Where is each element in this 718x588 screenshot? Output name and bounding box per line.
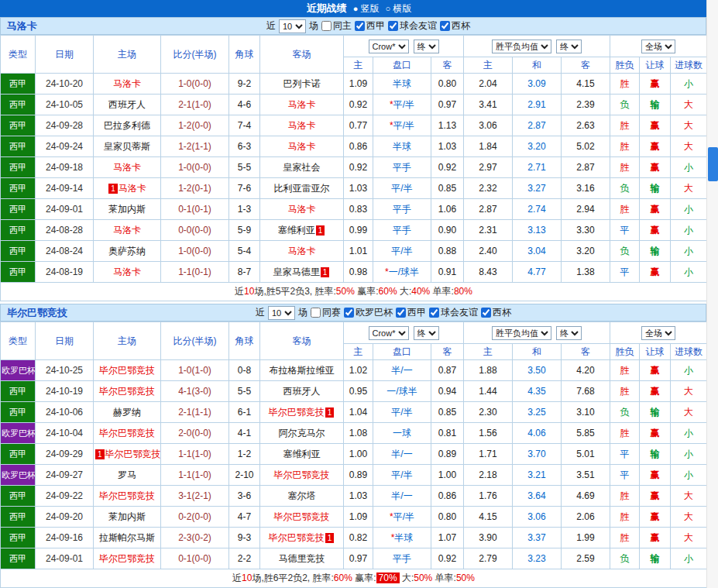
- match-count-select[interactable]: 10: [268, 306, 295, 320]
- team-label: 马洛卡: [113, 162, 141, 173]
- ah-home-odds: 1.03: [344, 178, 373, 199]
- scrollbar-thumb[interactable]: [708, 147, 718, 181]
- date-cell: 24-10-20: [36, 74, 94, 95]
- overunder-cell: 大: [671, 136, 707, 157]
- league-cell: 西甲: [1, 178, 36, 199]
- result-cell: 负: [610, 548, 640, 569]
- radio-selected-icon: ●: [353, 5, 359, 13]
- ah-away-odds: 0.91: [431, 262, 464, 283]
- handicap-result-cell: 赢: [640, 115, 671, 136]
- ah-home-odds: 0.92: [344, 157, 373, 178]
- handicap-result-cell: 赢: [640, 199, 671, 220]
- checkbox-label: 欧罗巴杯: [356, 306, 393, 319]
- date-cell: 24-09-28: [36, 115, 94, 136]
- ah-away-odds: 1.03: [431, 136, 464, 157]
- eu-away-odds: 3.51: [562, 465, 610, 486]
- date-cell: 24-09-22: [36, 486, 94, 507]
- checkbox-input[interactable]: [440, 21, 450, 31]
- filter-checkbox[interactable]: 欧罗巴杯: [344, 306, 393, 319]
- filter-checkbox[interactable]: 西杯: [481, 306, 511, 319]
- handicap-result-cell: 赢: [640, 381, 671, 402]
- overunder-cell: 大: [671, 95, 707, 115]
- score-cell: 2-1(1-1): [161, 402, 229, 423]
- odds-select[interactable]: 全场: [641, 326, 675, 340]
- rank-badge: 1: [325, 407, 335, 418]
- summary-segment: 10: [242, 573, 252, 583]
- away-team-cell: 塞维利亚: [260, 444, 344, 465]
- team-label: 毕尔巴鄂竞技: [99, 386, 155, 397]
- home-team-cell: 毕尔巴鄂竞技: [94, 486, 161, 507]
- ah-line-cell: 半/一: [373, 444, 431, 465]
- home-team-cell: 赫罗纳: [94, 402, 161, 423]
- eu-draw-odds: 3.20: [513, 136, 562, 157]
- filter-checkbox[interactable]: 同主: [321, 19, 352, 33]
- team-label: 巴拉多利德: [104, 120, 150, 131]
- away-team-cell: 皇家马德里1: [260, 262, 344, 283]
- sub-column-header: 主: [344, 344, 373, 360]
- summary-segment: 单率:: [432, 573, 456, 583]
- ah-line-cell: 平手: [373, 548, 431, 569]
- ah-away-odds: 0.80: [431, 74, 464, 95]
- corners-cell: 5-5: [229, 381, 260, 402]
- checkbox-input[interactable]: [429, 308, 439, 318]
- results-table: 类型日期主场比分(半场)角球客场Crow*终胜平负均值终全场主盘口客主和客胜负让…: [0, 322, 707, 588]
- match-count-select[interactable]: 10: [279, 19, 306, 33]
- summary-segment: 近: [232, 573, 242, 583]
- team-label: 塞尔塔: [288, 490, 316, 501]
- overunder-cell: 大: [671, 381, 707, 402]
- odds-select[interactable]: 胜平负均值: [492, 326, 551, 340]
- result-cell: 胜: [610, 486, 640, 507]
- odds-select[interactable]: 终: [414, 40, 439, 53]
- score-cell: 1-2(0-1): [161, 178, 229, 199]
- filter-checkbox[interactable]: 西甲: [396, 306, 426, 319]
- checkbox-label: 西杯: [493, 306, 511, 319]
- odds-select[interactable]: 终: [556, 326, 582, 340]
- eu-away-odds: 2.59: [562, 548, 610, 569]
- odds-select[interactable]: 终: [556, 40, 582, 53]
- checkbox-input[interactable]: [344, 308, 354, 318]
- corners-cell: 2-2: [229, 548, 260, 569]
- layout-radio-horizontal[interactable]: ○ 横版: [386, 2, 412, 15]
- away-team-cell: 马洛卡: [260, 136, 344, 157]
- odds-select[interactable]: 胜平负均值: [492, 40, 551, 53]
- ah-away-odds: 0.81: [431, 423, 464, 444]
- filter-checkbox[interactable]: 同赛: [311, 306, 341, 319]
- league-cell: 西甲: [1, 486, 36, 507]
- filter-checkbox[interactable]: 球会友谊: [429, 306, 478, 319]
- checkbox-input[interactable]: [321, 21, 332, 31]
- team-label: 马洛卡: [288, 120, 316, 131]
- layout-radio-vertical[interactable]: ● 竖版: [353, 2, 380, 15]
- scrollbar-track[interactable]: [706, 0, 718, 588]
- filter-checkbox[interactable]: 球会友谊: [388, 19, 437, 33]
- team-label: 布拉格斯拉维亚: [270, 365, 335, 376]
- score-cell: 1-1(0-1): [161, 262, 229, 283]
- odds-select[interactable]: Crow*: [369, 40, 409, 53]
- sub-column-header: 主: [464, 57, 513, 74]
- filter-checkbox[interactable]: 西杯: [440, 19, 470, 33]
- odds-select[interactable]: 终: [414, 326, 439, 340]
- checkbox-input[interactable]: [388, 21, 398, 31]
- odds-select[interactable]: 全场: [641, 40, 675, 53]
- corners-cell: 0-8: [229, 360, 260, 381]
- eu-away-odds: 2.94: [562, 199, 610, 220]
- summary-segment: 50%: [414, 573, 432, 583]
- eu-away-odds: 3.30: [562, 220, 610, 241]
- checkbox-input[interactable]: [355, 21, 365, 31]
- checkbox-input[interactable]: [481, 308, 491, 318]
- away-team-cell: 毕尔巴鄂竞技: [260, 507, 344, 528]
- league-cell: 西甲: [1, 444, 36, 465]
- checkbox-input[interactable]: [311, 308, 321, 318]
- rank-badge: 1: [108, 184, 118, 194]
- ah-line-cell: 平/半: [373, 402, 431, 423]
- summary-segment: 赢率:: [352, 573, 376, 583]
- handicap-result-cell: 赢: [640, 423, 671, 444]
- date-cell: 24-09-18: [36, 157, 94, 178]
- odds-select[interactable]: Crow*: [369, 326, 409, 340]
- filter-checkbox[interactable]: 西甲: [355, 19, 385, 33]
- ah-home-odds: 0.89: [344, 465, 373, 486]
- result-cell: 胜: [610, 115, 640, 136]
- summary-text: 近10场,胜6平2负2, 胜率:60% 赢率:70% 大:50% 单率:50%: [1, 569, 707, 588]
- team-name: 马洛卡: [7, 19, 37, 33]
- score-cell: 1-1(1-0): [161, 465, 229, 486]
- checkbox-input[interactable]: [396, 308, 406, 318]
